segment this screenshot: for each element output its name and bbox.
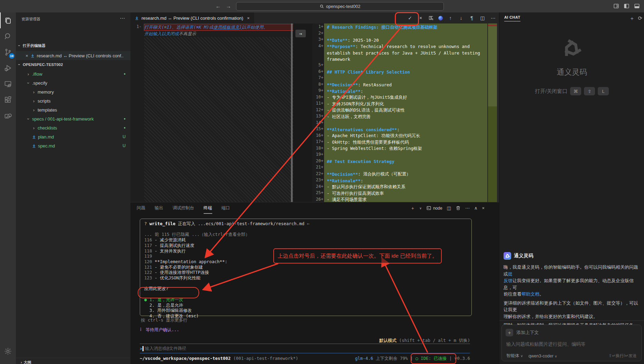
split-editor-icon[interactable]: ◫ bbox=[479, 15, 486, 21]
maximize-panel-icon[interactable]: ∧ bbox=[474, 205, 478, 211]
tree-item-checklists[interactable]: ›checklists● bbox=[16, 123, 130, 132]
open-editor-item[interactable]: × research.md ↔ Preview (CLI controls co… bbox=[16, 51, 130, 60]
line-number: 12+ bbox=[312, 107, 323, 112]
previous-change-icon[interactable]: ↑ bbox=[447, 15, 453, 21]
chat-link[interactable]: 反馈 bbox=[504, 278, 513, 283]
mode-segment: (shift + tab / alt + m 切换) bbox=[397, 338, 470, 343]
panel-tab-终端[interactable]: 终端 bbox=[204, 202, 212, 214]
line-number: 9+ bbox=[312, 88, 323, 93]
command-center-search[interactable]: openspec-test002 bbox=[236, 2, 444, 11]
activity-source-control-icon[interactable]: 19 bbox=[0, 44, 16, 60]
open-editors-section[interactable]: › 打开的编辑器 bbox=[17, 41, 46, 50]
terminal-line: 117 - 提高测试执行速度 bbox=[144, 243, 469, 248]
tree-item-scripts[interactable]: ›scripts bbox=[16, 96, 130, 105]
accept-change-icon[interactable]: ✓ bbox=[407, 15, 413, 21]
added-line-segment: - OkHttp: 性能优秀但需要更多样板代码 bbox=[327, 140, 409, 145]
added-line: - 默认同步执行保证测试顺序和依赖关系 bbox=[327, 184, 406, 191]
next-change-icon[interactable]: ↓ bbox=[458, 15, 464, 21]
open-preview-icon[interactable] bbox=[428, 15, 434, 21]
chat-link[interactable]: 提 bbox=[508, 271, 513, 277]
model-dropdown[interactable]: qwen3-coder ∨ bbox=[528, 354, 557, 358]
close-icon[interactable]: × bbox=[26, 53, 28, 58]
tree-item-memory[interactable]: ›memory bbox=[16, 87, 130, 96]
whitespace-icon[interactable]: ¶ bbox=[469, 15, 475, 21]
terminal-instance-node[interactable]: node bbox=[426, 205, 442, 211]
tree-item--iflow[interactable]: ›.iflow● bbox=[16, 69, 130, 78]
line-number: 14+ bbox=[312, 120, 323, 125]
more-actions-icon[interactable]: ⋯ bbox=[465, 205, 470, 211]
discard-change-icon[interactable]: × bbox=[418, 15, 424, 21]
iflow-icon[interactable] bbox=[438, 16, 443, 20]
cli-input[interactable]: > ▌ 输入消息或@文件路径 bbox=[140, 344, 470, 353]
activity-run-debug-icon[interactable] bbox=[0, 60, 16, 76]
close-icon[interactable]: × bbox=[247, 16, 250, 21]
explorer-sidebar: 资源管理器 ⋯ › 打开的编辑器 × research.md ↔ Preview… bbox=[16, 12, 131, 364]
add-context-button[interactable]: ＋ 添加上下文 bbox=[506, 329, 539, 336]
line-number: 17+ bbox=[312, 139, 323, 144]
panel-tab-调试控制台[interactable]: 调试控制台 bbox=[173, 202, 194, 214]
new-terminal-icon[interactable]: ＋ bbox=[410, 205, 415, 211]
panel-tab-端口[interactable]: 端口 bbox=[222, 202, 230, 214]
new-chat-icon[interactable]: ＋ bbox=[629, 15, 634, 22]
forward-icon[interactable]: → bbox=[225, 3, 232, 10]
revert-block-arrow-button[interactable]: → bbox=[295, 30, 306, 37]
chat-message-header: 通义灵码 bbox=[504, 252, 641, 260]
diff-editor[interactable]: 1-打开聊天(⌘I)、选择语言(⌘K M)或使用模板填充]以开始使用。开始输入以… bbox=[130, 23, 499, 202]
close-panel-icon[interactable]: × bbox=[482, 205, 485, 211]
tab-ai-chat[interactable]: AI CHAT bbox=[504, 15, 520, 21]
chat-input-placeholder[interactable]: 输入问题或粘贴图片进行提问、编码等 bbox=[506, 341, 586, 347]
outline-section[interactable]: › 大纲 bbox=[16, 358, 130, 364]
terminal-segment: - 提高测试执行速度 bbox=[155, 243, 194, 248]
settings-gear-icon[interactable] bbox=[0, 343, 16, 359]
terminal-segment: 120 bbox=[144, 259, 155, 264]
split-terminal-icon[interactable]: ◫ bbox=[447, 205, 451, 211]
terminal-line: 118 - 支持并发执行 bbox=[144, 248, 469, 254]
customize-layout-icon[interactable] bbox=[613, 3, 619, 9]
file-preview-icon bbox=[135, 16, 139, 20]
toggle-sidebar-icon[interactable] bbox=[624, 3, 630, 9]
panel-tab-问题[interactable]: 问题 bbox=[137, 202, 145, 214]
toggle-panel-icon[interactable] bbox=[634, 3, 640, 9]
line-number: 1+ bbox=[312, 24, 323, 29]
terminal-line bbox=[144, 291, 469, 297]
tree-item-templates[interactable]: ›templates bbox=[16, 105, 130, 114]
terminal-line: 2. 是，总是允许 bbox=[144, 303, 469, 308]
minimap-viewport[interactable] bbox=[488, 23, 497, 106]
sidebar-title: 资源管理器 bbox=[21, 17, 40, 22]
terminal-output[interactable]: ? write_file 正在写入 ...ecs/001-api-test-fr… bbox=[144, 221, 469, 319]
tree-item--specify[interactable]: ›.specify bbox=[16, 78, 130, 87]
added-line-segment: : 2025-10-20 bbox=[348, 38, 379, 43]
more-actions-icon[interactable]: ⋯ bbox=[120, 15, 126, 21]
agent-mode-dropdown[interactable]: 智能体 ∨ bbox=[506, 353, 523, 359]
activity-search-icon[interactable] bbox=[0, 28, 16, 44]
more-actions-icon[interactable]: ⋯ bbox=[490, 15, 496, 21]
history-icon[interactable]: ⟳ bbox=[638, 15, 642, 22]
tree-item-specs-001-api-test-framework[interactable]: ›specs / 001-api-test-framework● bbox=[16, 114, 130, 123]
activity-explorer-icon[interactable] bbox=[0, 12, 16, 28]
left-scrollbar[interactable] bbox=[291, 23, 293, 202]
added-line: - Spring WebTestClient: 依赖Spring框架 bbox=[327, 146, 422, 152]
watermark: 通义灵码 打开/关闭窗口 ⌘ ⇧ L bbox=[499, 38, 644, 95]
activity-extensions-icon[interactable] bbox=[0, 92, 16, 108]
terminal-icon bbox=[426, 205, 431, 211]
file-preview-icon bbox=[30, 54, 35, 58]
tab-research-md-diff[interactable]: research.md ↔ Preview (CLI controls conf… bbox=[130, 12, 254, 23]
left-gutter bbox=[130, 23, 144, 202]
tree-item-plan-md[interactable]: plan.mdU bbox=[16, 132, 130, 141]
added-line-segment: - Spring WebTestClient: 依赖Spring框架 bbox=[327, 146, 422, 152]
tree-item-spec-md[interactable]: spec.mdU bbox=[16, 141, 130, 150]
added-line-segment: # Research Findings: 接口自动化测试项目基础框架 bbox=[327, 25, 438, 30]
activity-remote-explorer-icon[interactable] bbox=[0, 76, 16, 92]
kill-terminal-trash-icon[interactable] bbox=[456, 205, 461, 211]
chevron-down-icon[interactable]: ∨ bbox=[419, 207, 422, 210]
terminal-segment: 正在写入 bbox=[175, 221, 198, 226]
workspace-root[interactable]: › OPENSPEC-TEST002 bbox=[17, 60, 63, 69]
panel-tab-输出[interactable]: 输出 bbox=[155, 202, 163, 214]
terminal-line: 121 - 避免不必要的对象创建 bbox=[144, 265, 469, 270]
chevron-right-icon: › bbox=[26, 71, 30, 77]
back-icon[interactable]: ← bbox=[215, 3, 222, 10]
chat-link[interactable]: 帮助文档 bbox=[521, 291, 539, 297]
activity-cloud-toolkit-icon[interactable] bbox=[0, 108, 16, 124]
chat-text: 理解你的诉求，并给出更好的方案和代码建议。 bbox=[504, 314, 598, 319]
added-line-segment: **Rationale** bbox=[327, 89, 361, 94]
